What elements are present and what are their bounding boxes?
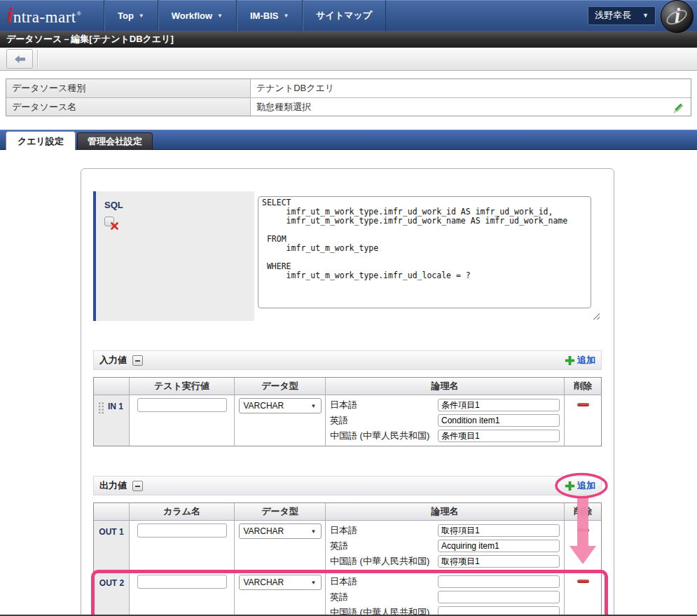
section-title: 入力値 [99,354,127,367]
input-values-table: テスト実行値 データ型 論理名 削除 IN 1 [93,377,602,446]
table-row-in1: IN 1 VARCHAR ▼ 日本語 英語 [94,395,601,446]
delete-row-button[interactable] [577,528,589,532]
column-name-input[interactable] [137,523,227,538]
user-dropdown[interactable]: 浅野幸長 ▼ [588,6,656,25]
logical-name-en: 英語 [330,589,560,605]
toolbar [0,48,697,71]
back-button[interactable] [6,49,33,69]
table-row: データソース種別 テナントDBクエリ [6,79,691,97]
tab-query-settings[interactable]: クエリ設定 [6,131,76,150]
logical-name-zh: 中国語 (中華人民共和国) [330,554,560,569]
page-title: データソース－編集[テナントDBクエリ] [0,31,697,48]
table-row-out1: OUT 1 VARCHAR ▼ 日本語 [94,520,601,571]
add-output-button[interactable]: 追加 [565,479,595,492]
logical-name-en: 英語 [330,413,560,428]
drag-handle-icon[interactable] [98,402,104,415]
output-values-section: 出力値 追加 カラム名 データ型 論理名 削除 [93,476,602,616]
datasource-name-value: 勤怠種類選択 [250,98,691,116]
logical-name-input-zh[interactable] [438,555,560,568]
logo-text: ntra-mart [13,8,76,27]
chevron-down-icon: ▼ [311,403,317,409]
logical-name-en: 英語 [330,538,560,554]
collapse-input-section-button[interactable] [132,355,143,366]
data-type-select[interactable]: VARCHAR ▼ [239,398,322,413]
main-menu: Top ▼ Workflow ▼ IM-BIS ▼ サイトマップ [104,0,386,31]
datasource-type-value: テナントDBクエリ [250,79,691,97]
column-name-input[interactable] [137,575,227,589]
nav-menu-im-bis[interactable]: IM-BIS ▼ [236,0,302,31]
plus-icon [565,356,574,365]
add-input-button[interactable]: 追加 [565,354,595,367]
section-title: 出力値 [99,479,127,492]
logical-name-input-en[interactable] [438,414,560,427]
chevron-down-icon: ▼ [283,13,289,19]
intra-mart-badge-icon: i [661,0,693,33]
chevron-down-icon: ▼ [139,13,144,19]
logical-name-zh: 中国語 (中華人民共和国) [330,428,560,444]
chevron-down-icon: ▼ [642,12,649,19]
tab-admin-company-settings[interactable]: 管理会社設定 [77,132,153,150]
table-header-row: テスト実行値 データ型 論理名 削除 [94,378,601,395]
table-row: データソース名 勤怠種類選択 [6,97,691,116]
sql-textarea[interactable] [258,196,591,308]
output-values-header: 出力値 追加 [93,476,602,495]
test-value-input[interactable] [137,398,227,412]
output-values-table: カラム名 データ型 論理名 削除 OUT 1 VARCHAR ▼ [93,502,602,616]
input-values-header: 入力値 追加 [93,350,602,370]
logical-name-ja: 日本語 [330,397,560,413]
datasource-name-label: データソース名 [6,98,250,116]
sql-section: SQL [93,191,602,321]
toolbar-divider [37,50,38,69]
logical-name-input-en[interactable] [438,591,560,603]
logo-i-glyph: i [7,5,13,26]
table-row-out2: OUT 2 VARCHAR ▼ 日本語 [94,571,601,616]
row-id: OUT 1 [99,527,123,537]
table-header-row: カラム名 データ型 論理名 削除 [94,503,601,520]
logical-name-input-en[interactable] [438,540,560,552]
resize-grip-icon[interactable] [592,312,600,320]
nav-menu-workflow[interactable]: Workflow ▼ [158,0,236,31]
logical-name-input-ja[interactable] [438,399,560,411]
datasource-info-table: データソース種別 テナントDBクエリ データソース名 勤怠種類選択 [6,78,691,116]
registered-mark: ® [77,11,81,17]
collapse-output-section-button[interactable] [132,481,143,491]
data-type-select[interactable]: VARCHAR ▼ [239,523,322,539]
logical-name-input-ja[interactable] [438,575,560,588]
tab-bar: クエリ設定 管理会社設定 [0,130,697,150]
row-id: IN 1 [108,402,123,411]
top-nav: intra-mart® Top ▼ Workflow ▼ IM-BIS ▼ サイ… [0,0,697,31]
logical-name-input-zh[interactable] [438,430,560,442]
sql-label-panel: SQL [93,191,254,321]
delete-row-button[interactable] [577,580,589,583]
red-x-icon [111,222,118,230]
nav-menu-top[interactable]: Top ▼ [104,0,158,31]
logical-name-ja: 日本語 [330,574,560,589]
sql-label: SQL [104,200,254,210]
intra-mart-logo[interactable]: intra-mart® [7,5,104,27]
query-settings-panel: SQL 入力値 追加 テスト実行値 データ型 論 [81,168,614,616]
user-name: 浅野幸長 [595,9,631,22]
logical-name-input-ja[interactable] [438,524,560,537]
data-type-select[interactable]: VARCHAR ▼ [239,575,322,590]
plus-icon [565,481,574,491]
chevron-down-icon: ▼ [311,580,317,586]
delete-row-button[interactable] [577,403,589,406]
datasource-type-label: データソース種別 [6,79,250,97]
row-id: OUT 2 [99,578,124,588]
sql-clear-icon[interactable] [104,217,116,228]
edit-pencil-icon[interactable] [672,101,686,114]
back-arrow-icon [15,55,25,63]
logical-name-ja: 日本語 [330,523,560,538]
chevron-down-icon: ▼ [311,528,317,535]
nav-menu-sitemap[interactable]: サイトマップ [302,0,386,31]
chevron-down-icon: ▼ [217,13,223,19]
